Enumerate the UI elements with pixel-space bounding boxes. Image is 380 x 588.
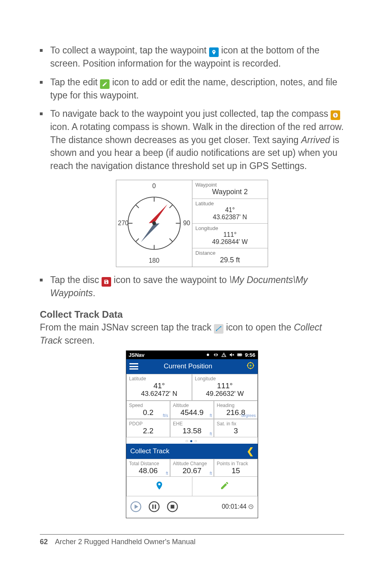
svg-point-16 — [216, 330, 217, 331]
track-controls: 00:01:44 — [126, 496, 258, 518]
satellite-icon — [205, 352, 211, 358]
list-item: Tap the edit icon to add or edit the nam… — [40, 76, 344, 102]
field-label: Latitude — [129, 376, 189, 382]
speed-cell: Speed 0.2 ft/s — [126, 401, 170, 419]
status-bar: JSNav 9:56 — [126, 351, 258, 359]
field-unit: ft — [210, 413, 212, 418]
pause-button[interactable] — [149, 501, 160, 512]
field-label: Longitude — [196, 225, 265, 231]
tab-waypoint[interactable] — [127, 477, 192, 496]
field-unit: ft — [210, 432, 212, 436]
svg-line-12 — [169, 239, 172, 242]
field-value: 41° — [196, 206, 265, 214]
field-value: 20.67 — [173, 466, 211, 475]
svg-point-15 — [152, 221, 156, 225]
field-value: 49.26844' W — [196, 238, 265, 246]
text: Tap the disc — [50, 275, 102, 285]
svg-rect-24 — [238, 354, 241, 356]
play-button[interactable] — [130, 501, 141, 512]
edit-pencil-icon — [100, 79, 110, 89]
track-path-icon — [214, 324, 223, 334]
svg-point-17 — [220, 326, 221, 328]
svg-rect-35 — [155, 505, 156, 509]
svg-marker-14 — [141, 221, 159, 245]
compass-east-label: 90 — [183, 220, 190, 227]
sync-icon — [213, 352, 219, 358]
chevron-left-icon[interactable]: ❮ — [247, 446, 254, 456]
compass-icon — [331, 110, 340, 120]
longitude-cell: Longitude 111° 49.26632' W — [192, 374, 258, 401]
field-value: Waypoint 2 — [196, 188, 265, 196]
text: To navigate back to the waypoint you jus… — [50, 108, 331, 119]
track-timer: 00:01:44 — [222, 503, 254, 510]
text: icon to open the — [226, 322, 294, 332]
tab-edit[interactable] — [192, 477, 258, 496]
compass-panel: 0 180 90 270 — [116, 180, 192, 267]
field-unit: ft — [166, 471, 168, 476]
text: To collect a waypoint, tap the waypoint — [50, 45, 209, 55]
header-title: Current Position — [129, 362, 247, 370]
edit-pencil-icon — [220, 481, 229, 490]
distance-cell: Distance 29.5 ft — [192, 248, 268, 267]
body-paragraph: From the main JSNav screen tap the track… — [40, 321, 344, 347]
page-footer: 62 Archer 2 Rugged Handheld Owner's Manu… — [40, 534, 344, 546]
metrics-row-2: PDOP 2.2 EHE 13.58 ft Sat. in fix 3 — [126, 419, 258, 437]
compass-north-label: 0 — [152, 183, 156, 190]
field-value: 15 — [217, 466, 255, 475]
instruction-list: Tap the disc icon to save the waypoint t… — [40, 273, 344, 300]
track-metrics-row: Total Distance 48.06 ft Altitude Change … — [126, 459, 258, 477]
satfix-cell: Sat. in fix 3 — [214, 419, 258, 437]
field-value: 0.2 — [129, 408, 167, 417]
altitude-change-cell: Altitude Change 20.67 ft — [170, 459, 214, 477]
svg-point-33 — [149, 502, 159, 512]
status-time: 9:56 — [245, 352, 255, 358]
page-dots: ○●○ — [126, 437, 258, 444]
points-in-track-cell: Points in Track 15 — [214, 459, 258, 477]
compass-dial-icon — [124, 193, 184, 253]
text: Tap the edit — [50, 77, 100, 87]
ehe-cell: EHE 13.58 ft — [170, 419, 214, 437]
svg-point-26 — [250, 364, 252, 366]
field-label: Altitude — [173, 403, 211, 408]
waypoint-info-column: Waypoint Waypoint 2 Latitude 41° 43.6238… — [192, 180, 268, 267]
svg-rect-34 — [152, 505, 153, 509]
svg-marker-13 — [149, 202, 167, 226]
collect-track-title: Collect Track — [130, 447, 169, 455]
clock-icon — [248, 504, 254, 509]
field-label: Speed — [129, 403, 167, 408]
text: icon to save the waypoint to — [114, 275, 229, 285]
text-italic: Arrived — [301, 135, 330, 145]
page-number: 62 — [40, 538, 48, 546]
waypoint-screenshot: 0 180 90 270 — [116, 180, 268, 267]
timer-value: 00:01:44 — [222, 503, 247, 510]
field-label: Points in Track — [217, 461, 255, 466]
field-label: Distance — [196, 250, 265, 256]
waypoint-pin-icon — [155, 481, 164, 490]
battery-icon — [237, 352, 243, 358]
stop-button[interactable] — [167, 501, 178, 512]
text: icon. A rotating compass is shown. Walk … — [50, 122, 344, 145]
section-heading: Collect Track Data — [40, 309, 344, 320]
svg-point-18 — [207, 354, 209, 356]
waypoint-name-cell: Waypoint Waypoint 2 — [192, 180, 268, 199]
text: From the main JSNav screen tap the track — [40, 322, 214, 332]
waypoint-pin-icon — [209, 47, 219, 57]
field-label: EHE — [173, 421, 211, 427]
field-label: Longitude — [195, 376, 255, 382]
latitude-cell: Latitude 41° 43.62387' N — [192, 199, 268, 224]
gps-status-icon[interactable] — [247, 362, 255, 372]
save-disc-icon — [102, 277, 111, 287]
field-unit: degrees — [241, 413, 256, 418]
svg-line-10 — [169, 205, 172, 208]
field-label: Latitude — [196, 201, 265, 206]
compass-west-label: 270 — [118, 220, 129, 227]
jsnav-screenshot: JSNav 9:56 Current Position Latitude 41° — [126, 350, 258, 519]
field-value: 43.62387' N — [196, 214, 265, 221]
field-value: 3 — [217, 427, 255, 435]
field-label: Altitude Change — [173, 461, 211, 466]
metrics-row-1: Speed 0.2 ft/s Altitude 4544.9 ft Headin… — [126, 401, 258, 419]
altitude-cell: Altitude 4544.9 ft — [170, 401, 214, 419]
list-item: To collect a waypoint, tap the waypoint … — [40, 44, 344, 70]
field-label: Sat. in fix — [217, 421, 255, 427]
field-unit: ft — [210, 471, 212, 476]
